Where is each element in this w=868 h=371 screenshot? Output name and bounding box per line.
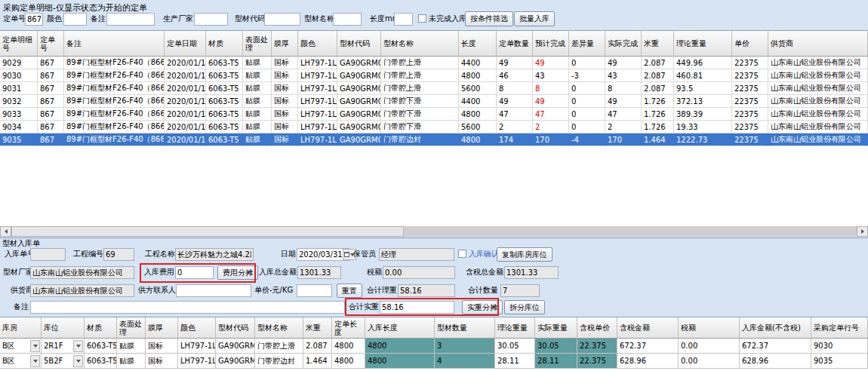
grid-cell[interactable]: 2R1F: [42, 339, 85, 354]
date-input[interactable]: 2020/03/31: [297, 248, 349, 261]
grid-cell[interactable]: 4800: [459, 133, 497, 146]
column-header[interactable]: 库位: [42, 317, 85, 339]
grid-cell[interactable]: 2020/01/13: [165, 121, 206, 133]
inbound-no-input[interactable]: [30, 248, 66, 261]
grid-cell[interactable]: 山东南山铝业股份有限公司: [768, 121, 868, 133]
tax-input[interactable]: [383, 266, 455, 279]
column-header[interactable]: 采购定单行号: [811, 317, 868, 339]
grid-cell[interactable]: 山东南山铝业股份有限公司: [768, 69, 868, 82]
grid-cell[interactable]: 867: [38, 82, 64, 95]
grid-cell[interactable]: LH797-1LL0: [298, 82, 337, 95]
grid-cell[interactable]: 6063-T5: [206, 57, 243, 69]
grid-cell[interactable]: 4: [435, 354, 495, 369]
horizontal-scrollbar[interactable]: [0, 226, 868, 237]
column-header[interactable]: 差异量: [569, 31, 605, 57]
grid-cell[interactable]: 1.726: [642, 95, 674, 108]
grid-cell[interactable]: 867: [38, 108, 64, 121]
column-header[interactable]: 理论重量: [495, 317, 535, 339]
column-header[interactable]: 定单日期: [165, 31, 206, 57]
total-qty-input[interactable]: [500, 284, 540, 297]
weight-share-button[interactable]: 实重分摊: [462, 300, 503, 314]
grid-cell[interactable]: LH797-1LL0: [298, 95, 337, 108]
grid-cell[interactable]: 867: [38, 69, 64, 82]
grid-cell[interactable]: B区: [0, 354, 42, 369]
grid-cell[interactable]: B区: [0, 339, 42, 354]
grid-cell[interactable]: 89#门框型材F26-F40（866+867）: [64, 121, 165, 133]
grid-cell[interactable]: 2.087: [303, 339, 332, 354]
keeper-input[interactable]: [379, 248, 454, 261]
grid-cell[interactable]: 460.81: [674, 69, 732, 82]
grid-cell[interactable]: 174: [497, 133, 533, 146]
grid-cell[interactable]: 山东南山铝业股份有限公司: [768, 82, 868, 95]
grid-cell[interactable]: 9031: [0, 82, 38, 95]
batch-inbound-button[interactable]: 批量入库: [514, 11, 555, 26]
total-amount-input[interactable]: [297, 266, 341, 279]
grid-cell[interactable]: GA90GRM03: [337, 82, 381, 95]
color-filter-input[interactable]: [63, 13, 87, 26]
grid-cell[interactable]: 国标: [146, 354, 178, 369]
dropdown-button[interactable]: [73, 340, 83, 352]
grid-cell[interactable]: 2020/01/13: [165, 95, 206, 108]
column-header[interactable]: 型材名称: [381, 31, 459, 57]
grid-cell[interactable]: 5B2F: [42, 354, 85, 369]
grid-cell[interactable]: 门带腔下滑: [381, 108, 459, 121]
column-header[interactable]: 型材代码: [337, 31, 381, 57]
grid-cell[interactable]: 6063-T5: [206, 69, 243, 82]
grid-cell[interactable]: 8: [533, 82, 569, 95]
grid-cell[interactable]: 国标: [272, 82, 298, 95]
grid-cell[interactable]: 0: [569, 108, 605, 121]
scroll-left-button[interactable]: [0, 226, 11, 237]
grid-cell[interactable]: 国标: [272, 57, 298, 69]
grid-cell[interactable]: 9029: [0, 57, 38, 69]
grid-cell[interactable]: 43: [533, 69, 569, 82]
grid-cell[interactable]: 1.464: [303, 354, 332, 369]
grid-cell[interactable]: 2020/01/13: [165, 69, 206, 82]
profile-name-filter-input[interactable]: [333, 13, 362, 26]
grid-cell[interactable]: 2: [497, 121, 533, 133]
grid-cell[interactable]: 49: [605, 95, 642, 108]
grid-cell[interactable]: 2.087: [642, 69, 674, 82]
grid-cell[interactable]: 22375: [732, 133, 768, 146]
grid-cell[interactable]: GA90GRM03: [216, 339, 255, 354]
grid-cell[interactable]: 28.11: [535, 354, 577, 369]
grid-cell[interactable]: 门带腔上滑: [255, 339, 303, 354]
grid-cell[interactable]: GA90GRM05: [337, 133, 381, 146]
grid-cell[interactable]: 867: [38, 133, 64, 146]
grid-cell[interactable]: 9030: [0, 69, 38, 82]
unit-price-input[interactable]: [297, 284, 332, 297]
grid-cell[interactable]: 4800: [332, 339, 365, 354]
grid-cell[interactable]: 22375: [732, 121, 768, 133]
grid-cell[interactable]: 47: [605, 108, 642, 121]
grid-cell[interactable]: 47: [497, 108, 533, 121]
grid-cell[interactable]: 2020/01/13: [165, 133, 206, 146]
grid-cell[interactable]: 贴膜: [243, 108, 272, 121]
column-header[interactable]: 定单数量: [497, 31, 533, 57]
table-row[interactable]: B区2R1F6063-T5贴膜国标LH797-1LL0GA90GRM03门带腔上…: [0, 339, 868, 354]
grid-cell[interactable]: 山东南山铝业股份有限公司: [768, 57, 868, 69]
grid-cell[interactable]: 国标: [272, 95, 298, 108]
order-no-input[interactable]: [25, 13, 43, 26]
project-name-input[interactable]: [175, 248, 254, 261]
grid-cell[interactable]: 9032: [0, 95, 38, 108]
grid-cell[interactable]: 49: [533, 95, 569, 108]
factory-input[interactable]: [30, 266, 134, 279]
scrollbar-thumb[interactable]: [11, 226, 404, 237]
grid-cell[interactable]: 1.726: [642, 108, 674, 121]
grid-cell[interactable]: 1.464: [642, 133, 674, 146]
grid-cell[interactable]: 22375: [732, 82, 768, 95]
grid-cell[interactable]: 贴膜: [243, 82, 272, 95]
grid-cell[interactable]: 国标: [272, 121, 298, 133]
grid-cell[interactable]: 贴膜: [243, 57, 272, 69]
grid-cell[interactable]: LH797-1LL0: [298, 69, 337, 82]
actual-weight-input[interactable]: [380, 301, 454, 314]
grid-cell[interactable]: 贴膜: [243, 95, 272, 108]
column-header[interactable]: 定单长度: [332, 317, 365, 339]
grid-cell[interactable]: 389.39: [674, 108, 732, 121]
grid-cell[interactable]: 9035: [811, 354, 868, 369]
grid-cell[interactable]: 628.96: [740, 354, 811, 369]
fee-input[interactable]: [175, 266, 214, 279]
grid-cell[interactable]: 9034: [0, 121, 38, 133]
column-header[interactable]: 长度: [459, 31, 497, 57]
column-header[interactable]: 膜厚: [272, 31, 298, 57]
column-header[interactable]: 型材名称: [255, 317, 303, 339]
